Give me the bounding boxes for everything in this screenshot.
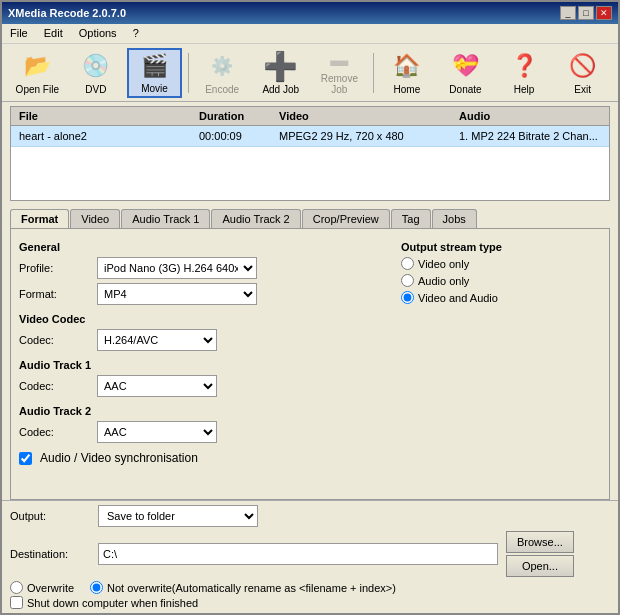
header-file: File — [15, 109, 195, 123]
encode-button[interactable]: ⚙️ Encode — [195, 48, 250, 98]
dvd-button[interactable]: 💿 DVD — [69, 48, 124, 98]
maximize-button[interactable]: □ — [578, 6, 594, 20]
movie-button[interactable]: 🎬 Movie — [127, 48, 182, 98]
dvd-label: DVD — [85, 84, 106, 95]
minimize-button[interactable]: _ — [560, 6, 576, 20]
menu-bar: File Edit Options ? — [2, 24, 618, 44]
donate-icon: 💝 — [449, 51, 481, 82]
exit-icon: 🚫 — [567, 51, 599, 82]
dvd-icon: 💿 — [80, 51, 112, 82]
overwrite-radio[interactable] — [10, 581, 23, 594]
audio-track1-select[interactable]: AAC — [97, 375, 217, 397]
help-label: Help — [514, 84, 535, 95]
open-file-button[interactable]: 📂 Open File — [10, 48, 65, 98]
main-window: XMedia Recode 2.0.7.0 _ □ ✕ File Edit Op… — [0, 0, 620, 615]
tab-tag[interactable]: Tag — [391, 209, 431, 228]
add-job-label: Add Job — [262, 84, 299, 95]
audio-track2-select[interactable]: AAC — [97, 421, 217, 443]
browse-button[interactable]: Browse... — [506, 531, 574, 553]
video-audio-radio[interactable] — [401, 291, 414, 304]
open-button[interactable]: Open... — [506, 555, 574, 577]
add-job-icon: ➕ — [265, 50, 297, 82]
dest-buttons: Browse... Open... — [506, 531, 574, 577]
output-select[interactable]: Save to folder — [98, 505, 258, 527]
format-label: Format: — [19, 288, 89, 300]
output-type-group: Video only Audio only Video and Audio — [401, 257, 601, 304]
toolbar-separator-2 — [373, 53, 374, 93]
sync-checkbox[interactable] — [19, 452, 32, 465]
header-duration: Duration — [195, 109, 275, 123]
format-panel: General Profile: iPod Nano (3G) H.264 64… — [10, 228, 610, 500]
file-list-header: File Duration Video Audio — [11, 107, 609, 126]
file-list: File Duration Video Audio heart - alone2… — [10, 106, 610, 201]
overwrite-label: Overwrite — [10, 581, 74, 594]
tabs-container: Format Video Audio Track 1 Audio Track 2… — [10, 209, 610, 228]
menu-options[interactable]: Options — [75, 26, 121, 41]
donate-label: Donate — [449, 84, 481, 95]
cell-file: heart - alone2 — [15, 129, 195, 143]
radio-audio-only: Audio only — [401, 274, 601, 287]
audio-track1-row: Codec: AAC — [19, 375, 385, 397]
cell-audio: 1. MP2 224 Bitrate 2 Chan... — [455, 129, 605, 143]
movie-label: Movie — [141, 83, 168, 94]
title-bar: XMedia Recode 2.0.7.0 _ □ ✕ — [2, 2, 618, 24]
home-label: Home — [394, 84, 421, 95]
video-only-radio[interactable] — [401, 257, 414, 270]
header-video: Video — [275, 109, 455, 123]
video-codec-select[interactable]: H.264/AVC — [97, 329, 217, 351]
not-overwrite-label: Not overwrite(Automatically rename as <f… — [90, 581, 396, 594]
format-row: Format: MP4 — [19, 283, 385, 305]
movie-icon: 🎬 — [139, 52, 171, 81]
not-overwrite-radio[interactable] — [90, 581, 103, 594]
donate-button[interactable]: 💝 Donate — [438, 48, 493, 98]
shutdown-checkbox[interactable] — [10, 596, 23, 609]
audio-only-radio[interactable] — [401, 274, 414, 287]
tab-crop-preview[interactable]: Crop/Preview — [302, 209, 390, 228]
encode-icon: ⚙️ — [206, 51, 238, 82]
open-file-icon: 📂 — [21, 51, 53, 82]
close-button[interactable]: ✕ — [596, 6, 612, 20]
home-icon: 🏠 — [391, 51, 423, 82]
tab-format[interactable]: Format — [10, 209, 69, 228]
section-video-codec: Video Codec — [19, 313, 385, 325]
header-audio: Audio — [455, 109, 605, 123]
tab-audio-track-1[interactable]: Audio Track 1 — [121, 209, 210, 228]
menu-edit[interactable]: Edit — [40, 26, 67, 41]
toolbar: 📂 Open File 💿 DVD 🎬 Movie ⚙️ Encode ➕ Ad… — [2, 44, 618, 102]
remove-job-icon: ▬ — [323, 50, 355, 71]
audio-only-label: Audio only — [418, 275, 469, 287]
panel-left-col: General Profile: iPod Nano (3G) H.264 64… — [19, 237, 385, 469]
table-row[interactable]: heart - alone2 00:00:09 MPEG2 29 Hz, 720… — [11, 126, 609, 147]
audio-track2-row: Codec: AAC — [19, 421, 385, 443]
menu-file[interactable]: File — [6, 26, 32, 41]
profile-select[interactable]: iPod Nano (3G) H.264 640x480 — [97, 257, 257, 279]
panel-right-col: Output stream type Video only Audio only — [401, 237, 601, 469]
encode-label: Encode — [205, 84, 239, 95]
audio-track2-label: Codec: — [19, 426, 89, 438]
panel-two-col: General Profile: iPod Nano (3G) H.264 64… — [19, 237, 601, 469]
help-icon: ❓ — [508, 51, 540, 82]
cell-video: MPEG2 29 Hz, 720 x 480 — [275, 129, 455, 143]
tabs-row: Format Video Audio Track 1 Audio Track 2… — [10, 209, 610, 228]
window-title: XMedia Recode 2.0.7.0 — [8, 7, 126, 19]
home-button[interactable]: 🏠 Home — [380, 48, 435, 98]
menu-help[interactable]: ? — [129, 26, 143, 41]
add-job-button[interactable]: ➕ Add Job — [253, 48, 308, 98]
tab-video[interactable]: Video — [70, 209, 120, 228]
format-select[interactable]: MP4 — [97, 283, 257, 305]
destination-input[interactable] — [98, 543, 498, 565]
help-button[interactable]: ❓ Help — [497, 48, 552, 98]
exit-button[interactable]: 🚫 Exit — [555, 48, 610, 98]
sync-row: Audio / Video synchronisation — [19, 451, 385, 465]
video-codec-label: Codec: — [19, 334, 89, 346]
remove-job-button[interactable]: ▬ Remove Job — [312, 48, 367, 98]
section-audio-track1: Audio Track 1 — [19, 359, 385, 371]
video-only-label: Video only — [418, 258, 469, 270]
shutdown-label: Shut down computer when finished — [10, 596, 198, 609]
tab-jobs[interactable]: Jobs — [432, 209, 477, 228]
section-output-type: Output stream type — [401, 241, 601, 253]
tab-audio-track-2[interactable]: Audio Track 2 — [211, 209, 300, 228]
video-codec-row: Codec: H.264/AVC — [19, 329, 385, 351]
destination-label: Destination: — [10, 548, 90, 560]
overwrite-row: Overwrite Not overwrite(Automatically re… — [10, 581, 610, 594]
